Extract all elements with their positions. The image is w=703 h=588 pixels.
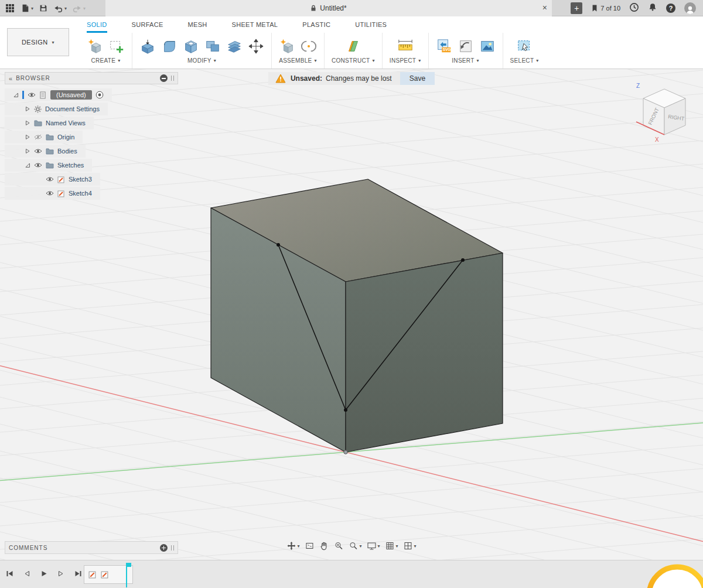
- tree-row-sketch3[interactable]: Sketch3: [5, 173, 100, 186]
- visibility-eye-icon[interactable]: [28, 92, 36, 98]
- joint-icon[interactable]: [301, 38, 317, 54]
- undo-button[interactable]: ▾: [53, 4, 67, 13]
- zoom-window-caret: ▾: [359, 543, 361, 549]
- tree-row-sketch4[interactable]: Sketch4: [5, 187, 100, 200]
- comments-scroll-handle[interactable]: [171, 545, 174, 551]
- split-body-icon[interactable]: [226, 38, 243, 54]
- timeline-feature-sketch4[interactable]: [101, 570, 109, 579]
- visibility-eye-icon[interactable]: [34, 162, 42, 168]
- user-avatar[interactable]: [684, 2, 696, 14]
- tree-label: Origin: [57, 134, 74, 141]
- group-select: SELECT▾: [503, 33, 546, 69]
- visibility-eye-icon[interactable]: [46, 190, 54, 196]
- visibility-eye-icon[interactable]: [46, 176, 54, 182]
- tree-row-named-views[interactable]: Named Views: [5, 117, 94, 129]
- tab-plastic[interactable]: PLASTIC: [302, 21, 330, 33]
- pan-button[interactable]: [319, 541, 329, 551]
- tree-label: Document Settings: [45, 105, 100, 112]
- add-comment-icon[interactable]: [160, 544, 168, 552]
- tab-sheet-metal[interactable]: SHEET METAL: [232, 21, 278, 33]
- expand-closed-icon[interactable]: [25, 106, 30, 112]
- assemble-component-icon[interactable]: [279, 38, 295, 54]
- grid-snap-button[interactable]: ▾: [385, 541, 398, 551]
- notifications-button[interactable]: [648, 2, 657, 14]
- browser-minimize-icon[interactable]: [160, 74, 168, 82]
- timeline-feature-sketch3[interactable]: [88, 570, 97, 579]
- expand-open-icon[interactable]: [13, 92, 19, 98]
- root-document-name[interactable]: (Unsaved): [50, 90, 92, 100]
- warning-save-button[interactable]: Save: [400, 72, 435, 85]
- construct-menu[interactable]: CONSTRUCT▾: [332, 57, 375, 64]
- tree-row-bodies[interactable]: Bodies: [5, 145, 86, 158]
- go-to-start-button[interactable]: [6, 570, 14, 577]
- tab-solid[interactable]: SOLID: [87, 21, 107, 33]
- assemble-menu[interactable]: ASSEMBLE▾: [279, 57, 317, 64]
- zoom-button[interactable]: [334, 541, 343, 551]
- workspace-selector[interactable]: DESIGN ▾: [7, 28, 69, 56]
- viewports-button[interactable]: ▾: [404, 541, 417, 551]
- insert-menu[interactable]: INSERT▾: [452, 57, 479, 64]
- tab-utilities[interactable]: UTILITIES: [355, 21, 387, 33]
- file-menu-button[interactable]: ▾: [21, 4, 33, 13]
- go-to-end-button[interactable]: [74, 570, 82, 577]
- tree-row-origin[interactable]: Origin: [5, 131, 83, 143]
- combine-icon[interactable]: [204, 38, 221, 54]
- document-tab[interactable]: Untitled* ×: [105, 0, 552, 16]
- timeline-track[interactable]: [84, 565, 133, 584]
- warning-icon: [275, 74, 286, 83]
- insert-svg-icon[interactable]: SVG: [436, 38, 452, 54]
- tab-surface[interactable]: SURFACE: [132, 21, 163, 33]
- move-copy-icon[interactable]: [248, 38, 264, 54]
- step-back-button[interactable]: [23, 570, 31, 577]
- browser-header[interactable]: « BROWSER: [5, 72, 178, 84]
- tree-row-document-settings[interactable]: Document Settings: [5, 102, 108, 115]
- expand-closed-icon[interactable]: [25, 120, 30, 126]
- close-tab-icon[interactable]: ×: [542, 2, 547, 13]
- grid-icon: [385, 541, 395, 551]
- visibility-eye-icon[interactable]: [34, 148, 42, 154]
- fit-button[interactable]: [305, 541, 314, 551]
- tree-root-row[interactable]: (Unsaved): [5, 88, 112, 101]
- select-menu[interactable]: SELECT▾: [510, 57, 539, 64]
- display-settings-button[interactable]: ▾: [367, 541, 380, 551]
- comments-panel[interactable]: COMMENTS: [5, 541, 178, 554]
- undo-icon: [53, 4, 63, 13]
- modify-menu[interactable]: MODIFY▾: [187, 57, 216, 64]
- orbit-button[interactable]: ▾: [286, 541, 299, 551]
- visibility-off-eye-icon[interactable]: [34, 134, 42, 140]
- create-sketch-icon[interactable]: [108, 38, 125, 54]
- step-forward-button[interactable]: [57, 570, 65, 577]
- collapse-panel-icon[interactable]: «: [9, 75, 12, 82]
- timeline-position-marker[interactable]: [126, 563, 127, 587]
- canvas-icon[interactable]: [479, 38, 496, 54]
- new-tab-button[interactable]: +: [571, 2, 582, 14]
- browser-scroll-handle[interactable]: [171, 76, 174, 81]
- shell-icon[interactable]: [183, 38, 199, 54]
- job-status-button[interactable]: [629, 2, 639, 15]
- play-button[interactable]: [40, 570, 48, 577]
- create-menu[interactable]: CREATE▾: [91, 57, 121, 64]
- sketch-icon: [57, 190, 65, 197]
- app-grid-icon[interactable]: [5, 3, 15, 13]
- extensions-badge[interactable]: 7 of 10: [591, 4, 620, 12]
- inspect-menu[interactable]: INSPECT▾: [390, 57, 421, 64]
- tab-mesh[interactable]: MESH: [188, 21, 207, 33]
- save-button[interactable]: [39, 4, 48, 13]
- new-component-icon[interactable]: [87, 38, 103, 54]
- select-icon[interactable]: [516, 38, 533, 54]
- fillet-icon[interactable]: [161, 38, 178, 54]
- tree-row-sketches[interactable]: Sketches: [5, 159, 92, 172]
- expand-closed-icon[interactable]: [25, 134, 30, 140]
- press-pull-icon[interactable]: [139, 38, 156, 54]
- measure-icon[interactable]: [397, 38, 414, 54]
- help-button[interactable]: ?: [666, 4, 675, 13]
- expand-open-icon[interactable]: [25, 162, 30, 168]
- zoom-window-button[interactable]: ▾: [349, 541, 361, 551]
- redo-button[interactable]: ▾: [72, 4, 86, 13]
- expand-closed-icon[interactable]: [25, 148, 30, 154]
- construct-plane-icon[interactable]: [345, 38, 361, 54]
- insert-derive-icon[interactable]: [458, 38, 474, 54]
- activate-target-icon[interactable]: [95, 91, 104, 99]
- selection-bar: [22, 91, 24, 99]
- viewcube[interactable]: Z FRONT RIGHT X: [635, 80, 696, 146]
